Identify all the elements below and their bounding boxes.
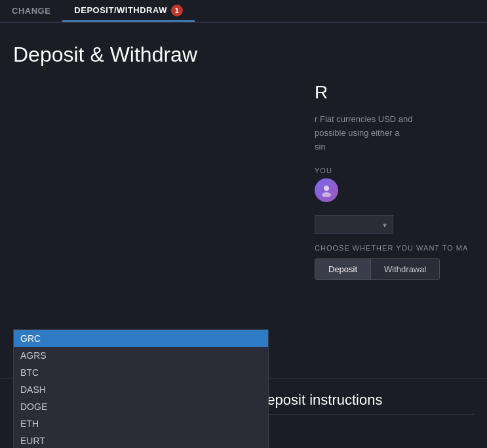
list-item[interactable]: BTC — [14, 364, 268, 381]
list-item[interactable]: AGRS — [14, 347, 268, 364]
desc-line2: possible using either a — [315, 128, 399, 138]
choose-label: CHOOSE WHETHER YOU WANT TO MA — [315, 244, 474, 252]
withdrawal-button[interactable]: Withdrawal — [371, 259, 439, 279]
avatar-area — [315, 178, 474, 202]
description-text: r Fiat currencies USD and possible using… — [315, 113, 474, 153]
nav-item-deposit-withdraw[interactable]: DEPOSIT/WITHDRAW 1 — [62, 0, 195, 22]
list-item[interactable]: ETH — [14, 415, 268, 432]
list-item[interactable]: DOGE — [14, 398, 268, 415]
nav-item-change[interactable]: CHANGE — [0, 0, 62, 22]
top-nav: CHANGE DEPOSIT/WITHDRAW 1 — [0, 0, 487, 23]
right-panel: R r Fiat currencies USD and possible usi… — [315, 43, 474, 352]
currency-list-container: GRCAGRSBTCDASHDOGEETHEURTEXCLGAMEGBGGOLO… — [13, 329, 269, 352]
right-heading: R — [315, 82, 474, 103]
nav-deposit-label: DEPOSIT/WITHDRAW — [74, 5, 167, 15]
left-panel: Deposit & Withdraw GRCAGRSBTCDASHDOGEETH… — [13, 43, 302, 352]
list-item[interactable]: EURT — [14, 432, 268, 448]
list-item[interactable]: GRC — [14, 330, 268, 347]
inline-select[interactable] — [315, 215, 393, 234]
desc-line3: sin — [315, 142, 326, 152]
list-item[interactable]: DASH — [14, 381, 268, 398]
avatar-icon — [320, 184, 333, 197]
avatar — [315, 178, 338, 202]
select-row — [315, 215, 474, 234]
svg-point-1 — [322, 192, 331, 197]
deposit-withdraw-toggle: Deposit Withdrawal — [315, 258, 440, 280]
nav-deposit-badge: 1 — [171, 5, 183, 16]
currency-list[interactable]: GRCAGRSBTCDASHDOGEETHEURTEXCLGAMEGBGGOLO… — [13, 329, 269, 448]
select-wrapper[interactable] — [315, 215, 393, 234]
deposit-button[interactable]: Deposit — [315, 259, 371, 279]
desc-line1: r Fiat currencies USD and — [315, 114, 413, 124]
you-label: YOU — [315, 167, 474, 174]
svg-point-0 — [324, 186, 329, 191]
main-content: Deposit & Withdraw GRCAGRSBTCDASHDOGEETH… — [0, 23, 487, 365]
deposit-instructions-title: Deposit instructions — [257, 392, 475, 415]
page-title: Deposit & Withdraw — [13, 43, 302, 67]
